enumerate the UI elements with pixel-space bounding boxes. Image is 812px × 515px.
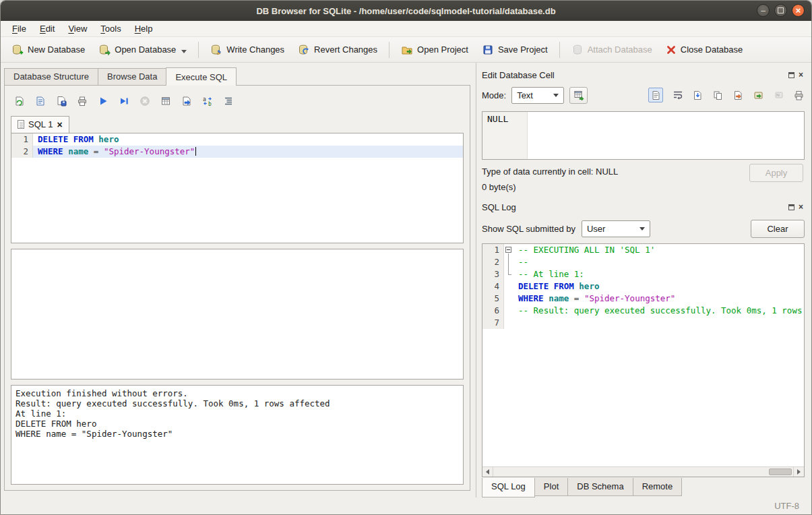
toolbar-separator: [198, 42, 199, 58]
print-icon[interactable]: [76, 95, 88, 107]
close-panel-icon[interactable]: ×: [799, 203, 803, 211]
sql-log-box: 1-- EXECUTING ALL IN 'SQL 1'2--3-- At li…: [482, 243, 805, 477]
fold-gutter: [504, 268, 513, 280]
close-database-button[interactable]: Close Database: [660, 41, 749, 59]
new-database-label: New Database: [28, 44, 85, 55]
line-number: 1: [482, 244, 504, 256]
scrollbar-thumb[interactable]: [769, 468, 792, 475]
open-tab-icon[interactable]: [13, 95, 26, 107]
message-line: Execution finished without errors.: [15, 388, 459, 398]
maximize-icon[interactable]: [774, 4, 787, 17]
titlebar[interactable]: DB Browser for SQLite - /home/user/code/…: [1, 1, 811, 21]
tab-sql-log[interactable]: SQL Log: [482, 478, 535, 497]
sql-tab-close-icon[interactable]: ×: [57, 120, 62, 129]
scroll-right-icon[interactable]: [793, 467, 804, 477]
execute-current-line-icon[interactable]: [118, 95, 130, 107]
sql-tab-label: SQL 1: [28, 119, 53, 129]
menu-help[interactable]: Help: [129, 22, 159, 35]
sql-log-line: 7: [482, 317, 804, 329]
tab-execute-sql[interactable]: Execute SQL: [166, 67, 237, 86]
save-project-button[interactable]: Save Project: [476, 40, 553, 59]
cell-icon-row: [648, 88, 805, 102]
set-null-icon[interactable]: [773, 90, 784, 101]
chevron-down-icon: [553, 94, 559, 97]
word-wrap-icon[interactable]: [672, 90, 683, 101]
open-database-label: Open Database: [115, 44, 176, 55]
close-panel-icon[interactable]: ×: [799, 71, 803, 79]
revert-changes-button[interactable]: Revert Changes: [292, 40, 383, 59]
revert-changes-icon: [298, 44, 310, 56]
attach-database-icon: [571, 44, 584, 56]
cell-value-editor[interactable]: NULL: [482, 111, 805, 160]
encoding-indicator: UTF-8: [774, 501, 799, 511]
attach-database-label: Attach Database: [588, 44, 652, 55]
open-project-icon: [401, 44, 413, 56]
open-database-dropdown-icon[interactable]: [181, 50, 187, 53]
apply-button[interactable]: Apply: [749, 164, 803, 182]
minimize-icon[interactable]: –: [757, 4, 770, 17]
menu-view[interactable]: View: [62, 22, 93, 35]
open-database-button[interactable]: Open Database: [93, 40, 192, 59]
attach-database-button[interactable]: Attach Database: [566, 40, 658, 59]
copy-icon[interactable]: [712, 90, 724, 101]
save-sql-file-icon[interactable]: [55, 95, 67, 107]
sql-log-filter-select[interactable]: User: [582, 220, 650, 237]
sql-editor-line[interactable]: 2WHERE name = "Spider-Youngster": [11, 146, 463, 158]
revert-changes-label: Revert Changes: [314, 44, 377, 55]
line-number: 3: [482, 268, 504, 280]
import-file-icon[interactable]: [692, 90, 704, 101]
sql-log-line: 2--: [482, 256, 804, 268]
open-sql-file-icon[interactable]: [34, 95, 46, 107]
insert-file-icon[interactable]: [181, 95, 193, 107]
export-icon[interactable]: [753, 90, 764, 101]
results-grid[interactable]: [11, 249, 464, 380]
new-database-icon: [11, 44, 24, 56]
tab-plot[interactable]: Plot: [534, 478, 568, 496]
sql-editor[interactable]: 1DELETE FROM hero2WHERE name = "Spider-Y…: [11, 133, 464, 243]
line-number: 2: [482, 256, 504, 268]
tab-browse-data[interactable]: Browse Data: [98, 68, 166, 85]
fold-gutter: [504, 293, 513, 305]
save-results-icon[interactable]: [160, 95, 172, 107]
format-sql-icon[interactable]: [222, 95, 235, 107]
dock-tab-bar: SQL Log Plot DB Schema Remote: [482, 477, 805, 497]
mode-label: Mode:: [482, 90, 506, 100]
tab-database-structure[interactable]: Database Structure: [4, 68, 98, 85]
stop-icon[interactable]: [139, 95, 151, 107]
tab-remote[interactable]: Remote: [633, 478, 683, 496]
statusbar: UTF-8: [1, 497, 811, 514]
scroll-left-icon[interactable]: [482, 467, 493, 477]
clear-log-button[interactable]: Clear: [751, 220, 805, 238]
cell-editor-area[interactable]: [528, 112, 804, 159]
svg-text:a: a: [203, 96, 206, 102]
float-panel-icon[interactable]: [788, 204, 794, 210]
menu-file-label: ile: [18, 24, 26, 34]
menu-file[interactable]: File: [6, 22, 32, 35]
fold-toggle-icon[interactable]: [504, 244, 513, 256]
menu-edit[interactable]: Edit: [34, 22, 61, 35]
mode-select[interactable]: Text: [511, 87, 564, 104]
new-database-button[interactable]: New Database: [6, 40, 90, 59]
sql-tab-bar: SQL 1 ×: [11, 114, 464, 133]
find-replace-icon[interactable]: ab: [201, 95, 214, 107]
cell-print-icon[interactable]: [793, 90, 805, 101]
sql-editor-line[interactable]: 1DELETE FROM hero: [11, 133, 463, 146]
tab-db-schema[interactable]: DB Schema: [567, 478, 633, 496]
write-changes-button[interactable]: Write Changes: [205, 40, 290, 59]
sql-log-filter-row: Show SQL submitted by User Clear: [482, 216, 805, 241]
execute-all-icon[interactable]: [97, 95, 109, 107]
menu-tools[interactable]: Tools: [94, 22, 127, 35]
save-as-icon[interactable]: [732, 90, 744, 101]
close-icon[interactable]: ×: [792, 4, 805, 17]
execute-sql-page: ab SQL 1 × 1DELETE FROM hero2WHERE name …: [4, 85, 470, 491]
sql-tab[interactable]: SQL 1 ×: [11, 116, 69, 133]
text-mode-icon[interactable]: [648, 88, 663, 102]
open-project-button[interactable]: Open Project: [396, 40, 474, 59]
message-line: WHERE name = "Spider-Youngster": [15, 429, 459, 439]
left-panel: Database Structure Browse Data Execute S…: [1, 63, 476, 497]
write-changes-label: Write Changes: [226, 44, 284, 55]
apply-settings-button[interactable]: [569, 87, 588, 104]
svg-text:b: b: [208, 101, 212, 107]
float-panel-icon[interactable]: [788, 72, 794, 78]
horizontal-scrollbar[interactable]: [482, 466, 804, 477]
